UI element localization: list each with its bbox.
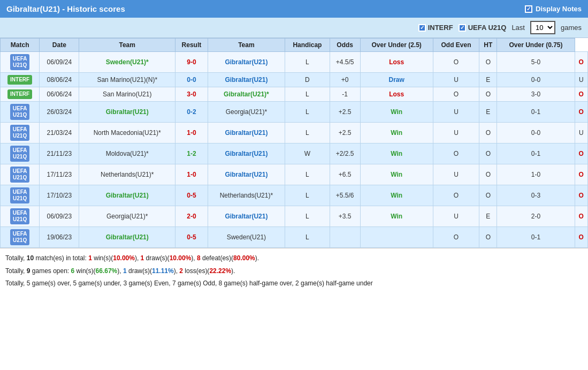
cell-ht: 0-1 xyxy=(497,144,575,164)
table-row: UEFAU21Q 21/03/24 North Macedonia(U21)* … xyxy=(1,123,588,144)
interf-filter[interactable]: ✓ INTERF xyxy=(418,24,453,32)
col-team1: Team xyxy=(79,39,175,52)
match-badge: UEFAU21Q xyxy=(10,208,30,224)
cell-handicap xyxy=(330,227,360,248)
col-result: Result xyxy=(175,39,208,52)
cell-odds: Draw xyxy=(360,73,433,87)
cell-team2: Gibraltar(U21) xyxy=(208,73,285,87)
cell-team1: Gibraltar(U21) xyxy=(79,227,175,248)
cell-team2: Gibraltar(U21) xyxy=(208,206,285,227)
cell-match: UEFAU21Q xyxy=(1,123,40,144)
cell-handicap: +6.5 xyxy=(330,164,360,185)
table-header-row: Match Date Team Result Team Handicap Odd… xyxy=(1,39,588,52)
cell-team1: Netherlands(U21)* xyxy=(79,164,175,185)
cell-match: UEFAU21Q xyxy=(1,206,40,227)
cell-ht: 0-1 xyxy=(497,102,575,123)
cell-date: 21/11/23 xyxy=(40,144,79,164)
cell-date: 21/03/24 xyxy=(40,123,79,144)
display-notes-section: ✓ Display Notes xyxy=(525,5,582,13)
cell-handicap: +3.5 xyxy=(330,206,360,227)
cell-wdl: L xyxy=(285,52,330,73)
cell-handicap: -1 xyxy=(330,87,360,102)
cell-team1: Sweden(U21)* xyxy=(79,52,175,73)
cell-oe: O xyxy=(479,227,497,248)
cell-team2: Georgia(U21)* xyxy=(208,102,285,123)
cell-match: INTERF xyxy=(1,73,40,87)
col-handicap: Handicap xyxy=(285,39,330,52)
table-row: UEFAU21Q 06/09/24 Sweden(U21)* 9-0 Gibra… xyxy=(1,52,588,73)
cell-ou075: O xyxy=(575,102,587,123)
cell-oe: O xyxy=(479,87,497,102)
cell-match: UEFAU21Q xyxy=(1,102,40,123)
cell-result: 0-5 xyxy=(175,185,208,206)
uefa-label: UEFA U21Q xyxy=(468,24,507,32)
match-badge: UEFAU21Q xyxy=(10,125,30,141)
cell-handicap: +2.5 xyxy=(330,102,360,123)
cell-ou075: O xyxy=(575,185,587,206)
summary-line3: Totally, 5 game(s) over, 5 game(s) under… xyxy=(5,278,583,290)
cell-team1: Moldova(U21)* xyxy=(79,144,175,164)
cell-result: 3-0 xyxy=(175,87,208,102)
cell-ou25: O xyxy=(433,144,479,164)
cell-team2: Gibraltar(U21) xyxy=(208,123,285,144)
table-row: INTERF 08/06/24 San Marino(U21)(N)* 0-0 … xyxy=(1,73,588,87)
cell-odds: Loss xyxy=(360,87,433,102)
table-row: UEFAU21Q 19/06/23 Gibraltar(U21) 0-5 Swe… xyxy=(1,227,588,248)
cell-wdl: L xyxy=(285,185,330,206)
cell-ou25: O xyxy=(433,185,479,206)
last-label: Last xyxy=(511,24,525,32)
cell-date: 06/09/24 xyxy=(40,52,79,73)
cell-match: UEFAU21Q xyxy=(1,185,40,206)
cell-match: UEFAU21Q xyxy=(1,144,40,164)
cell-ou25: U xyxy=(433,73,479,87)
cell-ou075: O xyxy=(575,164,587,185)
match-badge: INTERF xyxy=(7,89,32,99)
cell-team1: San Marino(U21) xyxy=(79,87,175,102)
col-date: Date xyxy=(40,39,79,52)
cell-handicap: +5.5/6 xyxy=(330,185,360,206)
match-badge: UEFAU21Q xyxy=(10,54,30,70)
games-select[interactable]: 10 5 15 20 xyxy=(530,21,555,34)
cell-ou25: O xyxy=(433,227,479,248)
cell-date: 19/06/23 xyxy=(40,227,79,248)
cell-result: 1-2 xyxy=(175,144,208,164)
interf-checkbox[interactable]: ✓ xyxy=(418,24,426,32)
uefa-checkbox[interactable]: ✓ xyxy=(459,24,466,32)
display-notes-checkbox[interactable]: ✓ xyxy=(525,5,532,13)
col-over-under-25: Over Under (2.5) xyxy=(360,39,433,52)
cell-result: 0-5 xyxy=(175,227,208,248)
cell-ou25: U xyxy=(433,123,479,144)
cell-result: 9-0 xyxy=(175,52,208,73)
cell-ou075: O xyxy=(575,144,587,164)
cell-odds: Win xyxy=(360,206,433,227)
cell-handicap: +0 xyxy=(330,73,360,87)
cell-wdl: L xyxy=(285,164,330,185)
col-team2: Team xyxy=(208,39,285,52)
cell-team2: Gibraltar(U21) xyxy=(208,144,285,164)
cell-ou25: U xyxy=(433,206,479,227)
col-odd-even: Odd Even xyxy=(433,39,479,52)
cell-ht: 0-0 xyxy=(497,123,575,144)
cell-ht: 0-1 xyxy=(497,227,575,248)
cell-ou075: O xyxy=(575,227,587,248)
cell-wdl: L xyxy=(285,206,330,227)
match-badge: UEFAU21Q xyxy=(10,146,30,162)
uefa-filter[interactable]: ✓ UEFA U21Q xyxy=(459,24,507,32)
match-badge: UEFAU21Q xyxy=(10,104,30,120)
cell-date: 08/06/24 xyxy=(40,73,79,87)
summary-line1: Totally, 10 match(es) in total: 1 win(s)… xyxy=(5,253,583,265)
header-bar: Gibraltar(U21) - Historic scores ✓ Displ… xyxy=(0,0,588,18)
cell-handicap: +4.5/5 xyxy=(330,52,360,73)
scores-table: Match Date Team Result Team Handicap Odd… xyxy=(0,38,588,248)
table-row: UEFAU21Q 17/10/23 Gibraltar(U21) 0-5 Net… xyxy=(1,185,588,206)
table-row: INTERF 06/06/24 San Marino(U21) 3-0 Gibr… xyxy=(1,87,588,102)
filter-bar: ✓ INTERF ✓ UEFA U21Q Last 10 5 15 20 gam… xyxy=(0,18,588,38)
cell-oe: E xyxy=(479,206,497,227)
cell-date: 06/06/24 xyxy=(40,87,79,102)
cell-date: 17/10/23 xyxy=(40,185,79,206)
cell-ou075: O xyxy=(575,87,587,102)
cell-team2: Gibraltar(U21) xyxy=(208,52,285,73)
cell-team1: Georgia(U21)* xyxy=(79,206,175,227)
col-odds: Odds xyxy=(330,39,360,52)
cell-ou075: U xyxy=(575,73,587,87)
